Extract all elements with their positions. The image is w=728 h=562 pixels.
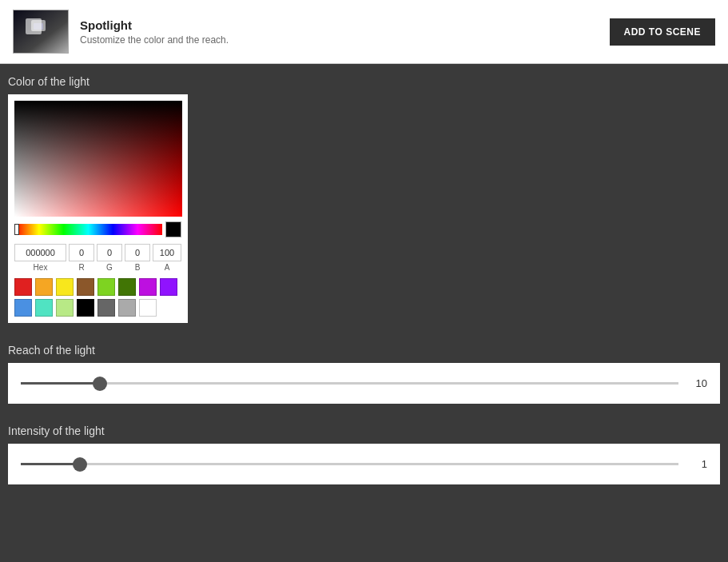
reach-slider-track-container[interactable]	[21, 381, 678, 386]
g-input[interactable]	[97, 244, 122, 261]
label-a: A	[153, 263, 181, 272]
preset-row-2	[14, 299, 181, 317]
preset-row-1	[14, 278, 181, 296]
inputs-row	[14, 244, 181, 261]
input-labels: Hex R G B A	[14, 263, 181, 272]
svg-rect-0	[14, 10, 69, 54]
add-to-scene-button[interactable]: ADD TO SCENE	[610, 18, 715, 46]
preset-orange[interactable]	[35, 278, 53, 296]
hue-slider[interactable]	[14, 224, 162, 235]
spotlight-thumbnail	[13, 10, 69, 54]
color-picker-card: Hex R G B A	[8, 94, 188, 323]
intensity-section: 1	[0, 444, 728, 494]
intensity-slider-card: 1	[8, 444, 720, 484]
label-r: R	[69, 263, 94, 272]
color-picker-section: Hex R G B A	[0, 94, 728, 333]
hue-row	[14, 221, 181, 237]
label-b: B	[125, 263, 150, 272]
reach-slider-track	[21, 382, 678, 385]
main-container: Spotlight Customize the color and the re…	[0, 0, 728, 562]
preset-cyan[interactable]	[35, 299, 53, 317]
preset-yellow[interactable]	[56, 278, 74, 296]
preset-purple[interactable]	[139, 278, 157, 296]
preset-dark-gray[interactable]	[97, 299, 115, 317]
svg-rect-2	[34, 23, 43, 30]
label-g: G	[97, 263, 122, 272]
label-hex: Hex	[14, 263, 66, 272]
intensity-slider-thumb[interactable]	[73, 457, 87, 472]
b-input[interactable]	[125, 244, 150, 261]
reach-section-label: Reach of the light	[0, 333, 728, 363]
reach-slider-filled	[21, 382, 100, 385]
preset-black[interactable]	[77, 299, 94, 317]
hex-input[interactable]	[14, 244, 66, 261]
intensity-slider-track-container[interactable]	[21, 462, 678, 467]
header-section: Spotlight Customize the color and the re…	[0, 0, 728, 64]
reach-slider-thumb[interactable]	[93, 377, 107, 391]
preset-red[interactable]	[14, 278, 32, 296]
spotlight-title: Spotlight	[80, 18, 229, 32]
reach-value: 10	[691, 377, 707, 389]
intensity-value: 1	[691, 458, 707, 470]
header-left: Spotlight Customize the color and the re…	[13, 10, 229, 54]
spotlight-description: Customize the color and the reach.	[80, 34, 229, 46]
preset-light-gray[interactable]	[118, 299, 136, 317]
preset-lime[interactable]	[97, 278, 115, 296]
reach-section: 10	[0, 363, 728, 413]
color-gradient-bg	[14, 101, 182, 217]
svg-rect-1	[31, 20, 46, 31]
reach-slider-card: 10	[8, 363, 720, 404]
preset-blue[interactable]	[14, 299, 32, 317]
intensity-slider-track	[21, 463, 678, 465]
alpha-input[interactable]	[153, 244, 181, 261]
color-gradient-picker[interactable]	[14, 101, 182, 217]
preset-brown[interactable]	[77, 278, 94, 296]
color-section-label: Color of the light	[0, 64, 728, 94]
preset-dark-green[interactable]	[118, 278, 136, 296]
intensity-section-label: Intensity of the light	[0, 413, 728, 444]
hue-thumb	[14, 224, 19, 235]
intensity-slider-filled	[21, 463, 80, 465]
header-text: Spotlight Customize the color and the re…	[80, 18, 229, 46]
preset-colors	[14, 278, 181, 317]
preset-white[interactable]	[139, 299, 157, 317]
preset-violet[interactable]	[160, 278, 177, 296]
preset-light-green[interactable]	[56, 299, 74, 317]
r-input[interactable]	[69, 244, 94, 261]
color-preview-box	[165, 221, 181, 237]
